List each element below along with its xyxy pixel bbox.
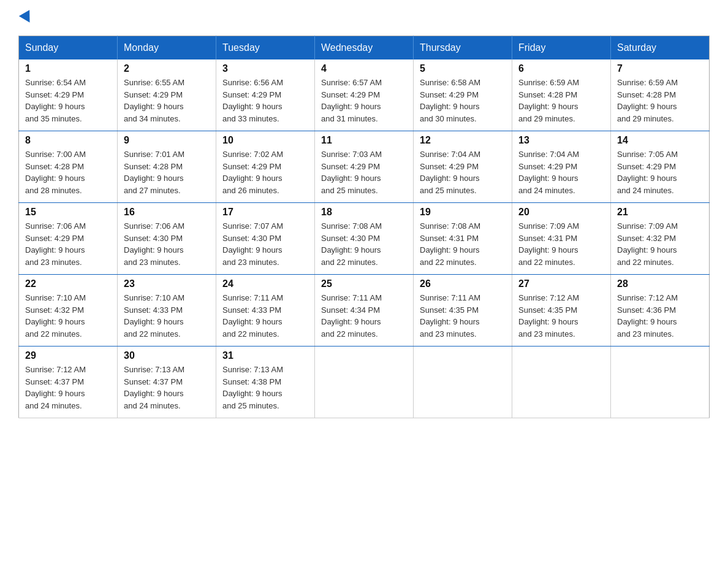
day-number: 5: [420, 63, 506, 74]
day-info: Sunrise: 7:10 AM Sunset: 4:32 PM Dayligh…: [25, 293, 86, 339]
calendar-header-wednesday: Wednesday: [315, 36, 414, 60]
day-number: 31: [222, 350, 308, 361]
calendar-header-saturday: Saturday: [611, 36, 710, 60]
calendar-cell: 24 Sunrise: 7:11 AM Sunset: 4:33 PM Dayl…: [216, 275, 315, 347]
day-number: 7: [617, 63, 703, 74]
calendar-header-row: SundayMondayTuesdayWednesdayThursdayFrid…: [19, 36, 710, 60]
day-number: 29: [25, 350, 111, 361]
calendar-header-thursday: Thursday: [414, 36, 512, 60]
day-number: 30: [124, 350, 210, 361]
calendar-cell: 1 Sunrise: 6:54 AM Sunset: 4:29 PM Dayli…: [19, 59, 118, 131]
calendar-cell: 18 Sunrise: 7:08 AM Sunset: 4:30 PM Dayl…: [315, 203, 414, 275]
calendar-cell: 30 Sunrise: 7:13 AM Sunset: 4:37 PM Dayl…: [118, 347, 216, 418]
calendar-cell: 23 Sunrise: 7:10 AM Sunset: 4:33 PM Dayl…: [118, 275, 216, 347]
day-number: 15: [25, 207, 111, 218]
logo-triangle-icon: [19, 10, 35, 26]
day-number: 21: [617, 207, 703, 218]
calendar-cell: 20 Sunrise: 7:09 AM Sunset: 4:31 PM Dayl…: [512, 203, 611, 275]
calendar-cell: 13 Sunrise: 7:04 AM Sunset: 4:29 PM Dayl…: [512, 131, 611, 203]
day-number: 8: [25, 135, 111, 146]
day-number: 10: [222, 135, 308, 146]
day-info: Sunrise: 6:54 AM Sunset: 4:29 PM Dayligh…: [25, 78, 86, 123]
day-info: Sunrise: 7:06 AM Sunset: 4:30 PM Dayligh…: [124, 221, 184, 267]
day-info: Sunrise: 7:12 AM Sunset: 4:36 PM Dayligh…: [617, 293, 678, 339]
calendar-cell: [512, 347, 611, 418]
day-number: 28: [617, 278, 703, 289]
day-number: 19: [420, 207, 506, 218]
day-info: Sunrise: 7:04 AM Sunset: 4:29 PM Dayligh…: [518, 150, 579, 195]
calendar-week-row: 22 Sunrise: 7:10 AM Sunset: 4:32 PM Dayl…: [19, 275, 710, 347]
calendar-header-tuesday: Tuesday: [216, 36, 315, 60]
calendar-cell: 5 Sunrise: 6:58 AM Sunset: 4:29 PM Dayli…: [414, 59, 512, 131]
day-number: 12: [420, 135, 506, 146]
day-info: Sunrise: 7:11 AM Sunset: 4:35 PM Dayligh…: [420, 293, 480, 339]
day-number: 20: [518, 207, 604, 218]
logo: [18, 12, 33, 23]
day-info: Sunrise: 7:12 AM Sunset: 4:37 PM Dayligh…: [25, 365, 86, 410]
calendar-cell: [611, 347, 710, 418]
day-info: Sunrise: 7:10 AM Sunset: 4:33 PM Dayligh…: [124, 293, 184, 339]
day-number: 4: [321, 63, 407, 74]
calendar-cell: 22 Sunrise: 7:10 AM Sunset: 4:32 PM Dayl…: [19, 275, 118, 347]
day-number: 27: [518, 278, 604, 289]
day-info: Sunrise: 6:59 AM Sunset: 4:28 PM Dayligh…: [617, 78, 678, 123]
day-number: 2: [124, 63, 210, 74]
calendar-cell: 8 Sunrise: 7:00 AM Sunset: 4:28 PM Dayli…: [19, 131, 118, 203]
calendar-cell: 27 Sunrise: 7:12 AM Sunset: 4:35 PM Dayl…: [512, 275, 611, 347]
page-header: [18, 12, 710, 23]
day-number: 1: [25, 63, 111, 74]
calendar-cell: 17 Sunrise: 7:07 AM Sunset: 4:30 PM Dayl…: [216, 203, 315, 275]
calendar-cell: 6 Sunrise: 6:59 AM Sunset: 4:28 PM Dayli…: [512, 59, 611, 131]
day-info: Sunrise: 7:08 AM Sunset: 4:30 PM Dayligh…: [321, 221, 382, 267]
day-number: 22: [25, 278, 111, 289]
calendar-cell: 2 Sunrise: 6:55 AM Sunset: 4:29 PM Dayli…: [118, 59, 216, 131]
calendar-cell: 15 Sunrise: 7:06 AM Sunset: 4:29 PM Dayl…: [19, 203, 118, 275]
calendar-cell: 9 Sunrise: 7:01 AM Sunset: 4:28 PM Dayli…: [118, 131, 216, 203]
calendar-cell: 12 Sunrise: 7:04 AM Sunset: 4:29 PM Dayl…: [414, 131, 512, 203]
calendar-week-row: 29 Sunrise: 7:12 AM Sunset: 4:37 PM Dayl…: [19, 347, 710, 418]
calendar-cell: 21 Sunrise: 7:09 AM Sunset: 4:32 PM Dayl…: [611, 203, 710, 275]
day-number: 25: [321, 278, 407, 289]
calendar-header-friday: Friday: [512, 36, 611, 60]
calendar-cell: [414, 347, 512, 418]
logo-blue-text: [18, 12, 33, 23]
day-number: 11: [321, 135, 407, 146]
day-number: 6: [518, 63, 604, 74]
calendar-cell: 14 Sunrise: 7:05 AM Sunset: 4:29 PM Dayl…: [611, 131, 710, 203]
day-info: Sunrise: 7:13 AM Sunset: 4:37 PM Dayligh…: [124, 365, 184, 410]
calendar-cell: 16 Sunrise: 7:06 AM Sunset: 4:30 PM Dayl…: [118, 203, 216, 275]
calendar-cell: 7 Sunrise: 6:59 AM Sunset: 4:28 PM Dayli…: [611, 59, 710, 131]
day-info: Sunrise: 7:08 AM Sunset: 4:31 PM Dayligh…: [420, 221, 480, 267]
calendar-header-sunday: Sunday: [19, 36, 118, 60]
day-number: 17: [222, 207, 308, 218]
day-number: 14: [617, 135, 703, 146]
day-number: 26: [420, 278, 506, 289]
day-info: Sunrise: 6:59 AM Sunset: 4:28 PM Dayligh…: [518, 78, 579, 123]
day-number: 18: [321, 207, 407, 218]
day-info: Sunrise: 7:01 AM Sunset: 4:28 PM Dayligh…: [124, 150, 184, 195]
calendar-cell: 19 Sunrise: 7:08 AM Sunset: 4:31 PM Dayl…: [414, 203, 512, 275]
day-info: Sunrise: 7:03 AM Sunset: 4:29 PM Dayligh…: [321, 150, 382, 195]
day-number: 16: [124, 207, 210, 218]
day-info: Sunrise: 7:02 AM Sunset: 4:29 PM Dayligh…: [222, 150, 283, 195]
calendar-header-monday: Monday: [118, 36, 216, 60]
calendar-cell: 25 Sunrise: 7:11 AM Sunset: 4:34 PM Dayl…: [315, 275, 414, 347]
day-info: Sunrise: 7:00 AM Sunset: 4:28 PM Dayligh…: [25, 150, 86, 195]
day-info: Sunrise: 6:56 AM Sunset: 4:29 PM Dayligh…: [222, 78, 283, 123]
calendar-cell: 11 Sunrise: 7:03 AM Sunset: 4:29 PM Dayl…: [315, 131, 414, 203]
day-info: Sunrise: 7:11 AM Sunset: 4:34 PM Dayligh…: [321, 293, 382, 339]
day-info: Sunrise: 7:04 AM Sunset: 4:29 PM Dayligh…: [420, 150, 480, 195]
day-info: Sunrise: 7:06 AM Sunset: 4:29 PM Dayligh…: [25, 221, 86, 267]
calendar-cell: 29 Sunrise: 7:12 AM Sunset: 4:37 PM Dayl…: [19, 347, 118, 418]
calendar-week-row: 15 Sunrise: 7:06 AM Sunset: 4:29 PM Dayl…: [19, 203, 710, 275]
calendar-table: SundayMondayTuesdayWednesdayThursdayFrid…: [18, 36, 710, 418]
day-number: 24: [222, 278, 308, 289]
day-info: Sunrise: 7:13 AM Sunset: 4:38 PM Dayligh…: [222, 365, 283, 410]
day-info: Sunrise: 7:11 AM Sunset: 4:33 PM Dayligh…: [222, 293, 283, 339]
day-info: Sunrise: 7:07 AM Sunset: 4:30 PM Dayligh…: [222, 221, 283, 267]
day-info: Sunrise: 7:12 AM Sunset: 4:35 PM Dayligh…: [518, 293, 579, 339]
calendar-cell: 28 Sunrise: 7:12 AM Sunset: 4:36 PM Dayl…: [611, 275, 710, 347]
calendar-cell: 10 Sunrise: 7:02 AM Sunset: 4:29 PM Dayl…: [216, 131, 315, 203]
day-info: Sunrise: 7:09 AM Sunset: 4:31 PM Dayligh…: [518, 221, 579, 267]
calendar-cell: 3 Sunrise: 6:56 AM Sunset: 4:29 PM Dayli…: [216, 59, 315, 131]
